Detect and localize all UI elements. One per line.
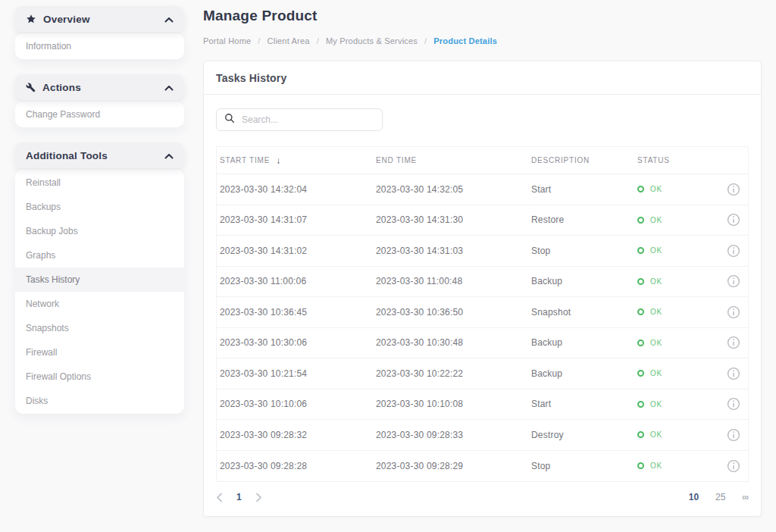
- info-icon[interactable]: [727, 336, 740, 349]
- sidebar-item-change-password[interactable]: Change Password: [15, 102, 184, 127]
- breadcrumb-my-products-services[interactable]: My Products & Services: [326, 36, 418, 45]
- cell-description: Start: [528, 184, 634, 195]
- star-icon: [26, 14, 36, 24]
- status-ok-ring-icon: [637, 401, 644, 408]
- breadcrumb-client-area[interactable]: Client Area: [268, 36, 310, 45]
- table-row: 2023-03-30 11:00:06 2023-03-30 11:00:48 …: [217, 267, 748, 298]
- search-box[interactable]: [216, 108, 383, 131]
- cell-end-time: 2023-03-30 11:00:48: [373, 276, 528, 286]
- sidebar-item-graphs[interactable]: Graphs: [15, 243, 184, 268]
- sidebar-item-label: Tasks History: [26, 274, 80, 285]
- table-row: 2023-03-30 10:10:06 2023-03-30 10:10:08 …: [217, 390, 748, 421]
- cell-start-time: 2023-03-30 14:32:04: [217, 184, 373, 195]
- sidebar-group-card: Change Password: [15, 102, 184, 127]
- column-header-end-time[interactable]: END TIME: [373, 156, 528, 164]
- table-header-row: START TIME ↓ END TIME DESCRIPTION STATUS: [217, 147, 748, 174]
- sidebar-item-tasks-history[interactable]: Tasks History: [15, 268, 184, 292]
- info-icon[interactable]: [727, 244, 740, 258]
- info-icon[interactable]: [727, 367, 740, 380]
- sidebar-group-label: Additional Tools: [26, 150, 164, 161]
- sidebar-item-label: Firewall: [26, 347, 57, 358]
- breadcrumb-portal-home[interactable]: Portal Home: [203, 36, 251, 45]
- status-ok-ring-icon: [637, 462, 644, 469]
- cell-end-time: 2023-03-30 10:36:50: [373, 307, 528, 318]
- table-row: 2023-03-30 14:31:02 2023-03-30 14:31:03 …: [217, 236, 748, 267]
- sidebar-group-header-actions[interactable]: Actions: [15, 74, 184, 100]
- cell-end-time: 2023-03-30 14:31:03: [373, 246, 528, 256]
- info-icon[interactable]: [727, 459, 740, 473]
- sidebar-item-label: Backups: [26, 202, 61, 212]
- sidebar-item-reinstall[interactable]: Reinstall: [15, 171, 184, 195]
- sidebar-item-label: Disks: [26, 396, 48, 406]
- status-ok-ring-icon: [637, 308, 644, 315]
- sidebar-item-label: Graphs: [26, 250, 55, 261]
- cell-description: Stop: [528, 461, 634, 471]
- status-ok-ring-icon: [637, 186, 644, 192]
- cell-end-time: 2023-03-30 10:22:22: [373, 368, 528, 379]
- page-size-all-icon[interactable]: ∞: [742, 492, 749, 502]
- sidebar-item-firewall[interactable]: Firewall: [15, 340, 184, 365]
- status-badge: OK: [634, 308, 724, 316]
- status-badge: OK: [634, 339, 724, 347]
- page-size-10[interactable]: 10: [689, 492, 699, 502]
- main-content: Manage Product Portal Home / Client Area…: [203, 0, 762, 517]
- sidebar-item-label: Information: [26, 41, 71, 52]
- sidebar-item-backup-jobs[interactable]: Backup Jobs: [15, 219, 184, 243]
- page-number[interactable]: 1: [236, 492, 242, 502]
- sidebar-item-label: Network: [26, 299, 59, 309]
- table-row: 2023-03-30 09:28:32 2023-03-30 09:28:33 …: [217, 420, 748, 451]
- cell-start-time: 2023-03-30 10:36:45: [217, 307, 373, 318]
- cell-start-time: 2023-03-30 11:00:06: [217, 276, 373, 286]
- status-ok-ring-icon: [637, 431, 644, 438]
- cell-end-time: 2023-03-30 09:28:33: [373, 430, 528, 440]
- info-icon[interactable]: [727, 213, 740, 227]
- table-row: 2023-03-30 14:32:04 2023-03-30 14:32:05 …: [217, 174, 748, 205]
- breadcrumb-separator: /: [317, 36, 319, 45]
- status-badge: OK: [634, 277, 724, 286]
- column-header-start-time[interactable]: START TIME ↓: [217, 155, 373, 166]
- sidebar-item-disks[interactable]: Disks: [15, 389, 184, 413]
- cell-description: Backup: [528, 368, 634, 379]
- info-icon[interactable]: [727, 428, 740, 442]
- cell-start-time: 2023-03-30 10:10:06: [217, 399, 373, 409]
- sidebar-group-header-additional-tools[interactable]: Additional Tools: [15, 142, 184, 168]
- column-header-status[interactable]: STATUS: [634, 156, 724, 164]
- info-icon[interactable]: [727, 183, 740, 196]
- status-badge: OK: [634, 430, 724, 439]
- chevron-up-icon[interactable]: [164, 80, 174, 94]
- cell-start-time: 2023-03-30 14:31:02: [217, 246, 373, 256]
- cell-start-time: 2023-03-30 10:30:06: [217, 337, 373, 348]
- cell-description: Restore: [528, 214, 634, 225]
- info-icon[interactable]: [727, 274, 740, 288]
- tasks-history-panel: Tasks History START TIME ↓ END TIME DESC…: [203, 61, 762, 517]
- info-icon[interactable]: [727, 305, 740, 319]
- sidebar-item-label: Snapshots: [26, 323, 69, 333]
- next-page-icon[interactable]: [255, 493, 262, 502]
- sidebar-group-header-overview[interactable]: Overview: [15, 6, 184, 32]
- status-badge: OK: [634, 185, 724, 193]
- page-size-25[interactable]: 25: [715, 492, 725, 502]
- sidebar-item-label: Reinstall: [26, 177, 61, 188]
- column-header-description[interactable]: DESCRIPTION: [528, 156, 634, 164]
- sidebar-item-snapshots[interactable]: Snapshots: [15, 316, 184, 340]
- tasks-table: START TIME ↓ END TIME DESCRIPTION STATUS…: [216, 146, 749, 482]
- sidebar-item-information[interactable]: Information: [15, 34, 184, 58]
- sidebar-item-backups[interactable]: Backups: [15, 195, 184, 219]
- sidebar-group-label: Actions: [42, 82, 164, 93]
- sort-descending-icon[interactable]: ↓: [276, 155, 281, 166]
- cell-start-time: 2023-03-30 09:28:28: [217, 461, 373, 471]
- chevron-up-icon[interactable]: [164, 149, 174, 162]
- sidebar-group-card: Information: [15, 33, 184, 59]
- chevron-up-icon[interactable]: [164, 12, 174, 26]
- status-badge: OK: [634, 216, 724, 224]
- info-icon[interactable]: [727, 397, 740, 411]
- sidebar-item-firewall-options[interactable]: Firewall Options: [15, 365, 184, 389]
- previous-page-icon[interactable]: [216, 493, 223, 502]
- table-row: 2023-03-30 09:28:28 2023-03-30 09:28:29 …: [217, 451, 748, 482]
- table-row: 2023-03-30 10:36:45 2023-03-30 10:36:50 …: [217, 297, 748, 328]
- status-ok-ring-icon: [637, 217, 644, 224]
- sidebar-item-network[interactable]: Network: [15, 292, 184, 316]
- cell-description: Destroy: [528, 430, 634, 440]
- cell-end-time: 2023-03-30 14:31:30: [373, 214, 528, 225]
- search-input[interactable]: [242, 114, 374, 125]
